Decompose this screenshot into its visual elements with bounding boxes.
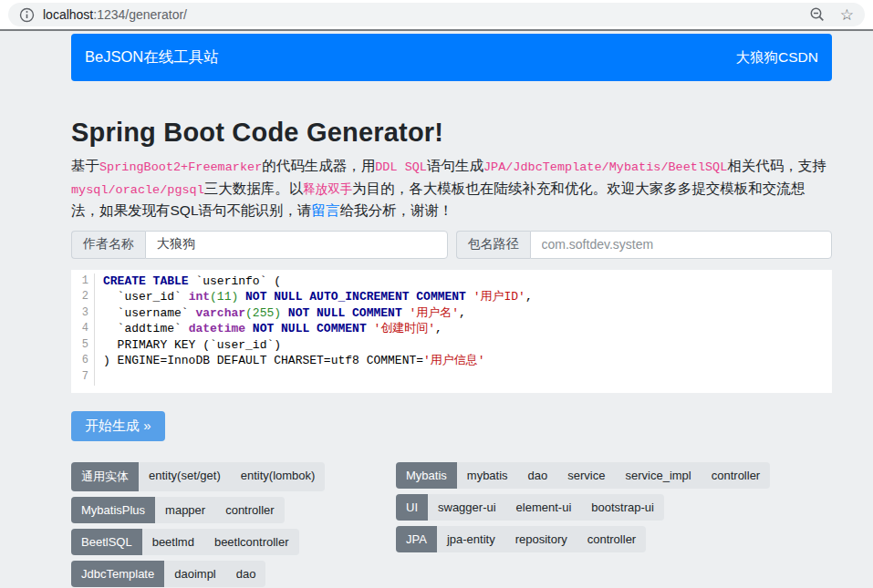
template-item-button[interactable]: beetlcontroller <box>204 529 299 555</box>
template-group: MybatisPlusmappercontroller <box>71 497 285 523</box>
template-item-button[interactable]: dao <box>226 561 266 587</box>
template-item-button[interactable]: controller <box>577 526 646 552</box>
author-label: 作者名称 <box>71 231 145 259</box>
settings-form: 作者名称 包名路径 <box>71 231 832 259</box>
template-item-button[interactable]: service <box>557 462 615 489</box>
code-term: mysql/oracle/pgsql <box>71 183 204 197</box>
url-path: :1234/generator/ <box>93 7 187 22</box>
line-number: 4 <box>71 321 95 337</box>
template-item-button[interactable]: daoimpl <box>164 561 226 587</box>
line-number: 7 <box>71 369 95 386</box>
author-input-group: 作者名称 <box>71 231 448 259</box>
template-group: Mybatismybatisdaoserviceservice_implcont… <box>396 462 770 489</box>
template-groups: 通用实体entity(set/get)entity(lombok)Mybatis… <box>71 462 832 587</box>
template-item-button[interactable]: repository <box>505 526 577 552</box>
code-term: JPA/JdbcTemplate/Mybatis/BeetlSQL <box>483 160 727 174</box>
package-input[interactable] <box>530 231 833 259</box>
line-number: 3 <box>71 305 95 322</box>
address-bar[interactable]: localhost:1234/generator/ ☆ <box>8 3 865 26</box>
sql-editor[interactable]: 1CREATE TABLE `userinfo` (2 `user_id` in… <box>71 270 832 393</box>
line-code: `username` varchar(255) NOT NULL COMMENT… <box>95 305 466 322</box>
message-board-link[interactable]: 留言 <box>312 202 340 218</box>
template-item-button[interactable]: entity(set/get) <box>139 462 231 491</box>
code-term: 释放双手 <box>303 183 352 197</box>
editor-line: 2 `user_id` int(11) NOT NULL AUTO_INCREM… <box>71 289 832 305</box>
url-text: localhost:1234/generator/ <box>43 7 187 22</box>
line-code: CREATE TABLE `userinfo` ( <box>95 273 281 290</box>
code-term: SpringBoot2+Freemarker <box>99 160 262 174</box>
editor-line: 4 `addtime` datetime NOT NULL COMMENT '创… <box>71 321 832 337</box>
group-head-button[interactable]: MybatisPlus <box>71 497 155 523</box>
template-groups-right: Mybatismybatisdaoserviceservice_implcont… <box>396 462 832 587</box>
group-head-button[interactable]: Mybatis <box>396 462 457 489</box>
template-item-button[interactable]: bootstrap-ui <box>581 494 664 521</box>
line-number: 6 <box>71 353 95 369</box>
browser-chrome: localhost:1234/generator/ ☆ <box>0 0 873 31</box>
code-term: DDL SQL <box>375 160 427 174</box>
line-number: 1 <box>71 273 95 290</box>
line-code: ) ENGINE=InnoDB DEFAULT CHARSET=utf8 COM… <box>95 353 485 369</box>
url-host: localhost <box>43 7 93 22</box>
template-groups-left: 通用实体entity(set/get)entity(lombok)Mybatis… <box>71 462 396 587</box>
template-item-button[interactable]: mapper <box>155 497 215 523</box>
generate-button[interactable]: 开始生成 » <box>71 411 165 441</box>
description-text: 三大数据库。以 <box>204 181 304 196</box>
group-head-button[interactable]: JPA <box>396 526 437 552</box>
template-group: JPAjpa-entityrepositorycontroller <box>396 526 646 552</box>
group-head-button[interactable]: UI <box>396 494 428 521</box>
line-number: 5 <box>71 337 95 354</box>
line-number: 2 <box>71 289 95 305</box>
template-group: JdbcTemplatedaoimpldao <box>71 561 265 587</box>
package-input-group: 包名路径 <box>456 231 833 259</box>
zoom-out-icon[interactable] <box>809 6 826 23</box>
page-info-icon[interactable] <box>19 7 35 23</box>
description-text: 给我分析，谢谢！ <box>340 202 453 218</box>
template-item-button[interactable]: beetlmd <box>142 529 204 555</box>
description-text: 基于 <box>71 158 99 173</box>
template-group: 通用实体entity(set/get)entity(lombok) <box>71 462 325 491</box>
group-head-button[interactable]: 通用实体 <box>71 462 139 491</box>
description-text: 的代码生成器，用 <box>262 158 375 173</box>
package-label: 包名路径 <box>456 231 530 259</box>
template-item-button[interactable]: element-ui <box>506 494 582 521</box>
editor-line: 3 `username` varchar(255) NOT NULL COMME… <box>71 305 832 322</box>
page: BeJSON在线工具站 大狼狗CSDN Spring Boot Code Gen… <box>71 34 832 587</box>
template-group: UIswagger-uielement-uibootstrap-ui <box>396 494 664 521</box>
line-code: PRIMARY KEY (`user_id`) <box>95 337 281 354</box>
navbar-brand[interactable]: BeJSON在线工具站 <box>85 47 219 67</box>
template-item-button[interactable]: mybatis <box>457 462 518 489</box>
description: 基于SpringBoot2+Freemarker的代码生成器，用DDL SQL语… <box>71 156 832 222</box>
editor-line: 5 PRIMARY KEY (`user_id`) <box>71 337 832 354</box>
editor-line: 6) ENGINE=InnoDB DEFAULT CHARSET=utf8 CO… <box>71 353 832 369</box>
page-title: Spring Boot Code Generator! <box>71 118 832 148</box>
line-code <box>95 369 110 386</box>
template-group: BeetlSQLbeetlmdbeetlcontroller <box>71 529 299 555</box>
template-item-button[interactable]: entity(lombok) <box>231 462 326 491</box>
line-code: `addtime` datetime NOT NULL COMMENT '创建时… <box>95 321 442 337</box>
group-head-button[interactable]: JdbcTemplate <box>71 561 164 587</box>
editor-line: 1CREATE TABLE `userinfo` ( <box>71 273 832 290</box>
description-text: 相关代码，支持 <box>727 158 826 173</box>
template-item-button[interactable]: dao <box>518 462 558 489</box>
site-navbar: BeJSON在线工具站 大狼狗CSDN <box>71 34 832 81</box>
template-item-button[interactable]: controller <box>215 497 284 523</box>
template-item-button[interactable]: swagger-ui <box>428 494 506 521</box>
line-code: `user_id` int(11) NOT NULL AUTO_INCREMEN… <box>95 289 533 305</box>
author-input[interactable] <box>145 231 448 259</box>
template-item-button[interactable]: controller <box>702 462 770 489</box>
editor-line: 7 <box>71 369 832 386</box>
template-item-button[interactable]: jpa-entity <box>437 526 505 552</box>
bookmark-star-icon[interactable]: ☆ <box>840 7 854 23</box>
description-text: 语句生成 <box>427 158 483 173</box>
group-head-button[interactable]: BeetlSQL <box>71 529 142 555</box>
navbar-csdn-link[interactable]: 大狼狗CSDN <box>736 48 818 67</box>
template-item-button[interactable]: service_impl <box>615 462 701 489</box>
